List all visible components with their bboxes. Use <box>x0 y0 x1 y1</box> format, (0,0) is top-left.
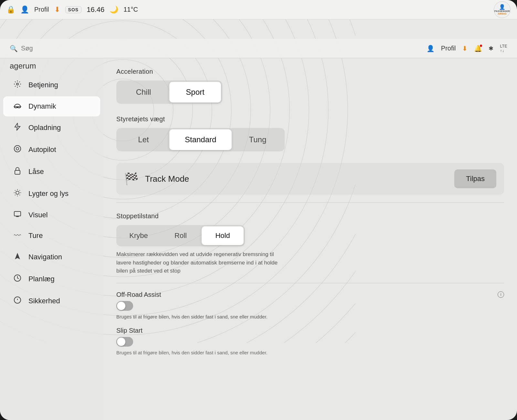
svg-point-22 <box>19 107 20 108</box>
sidebar-item-betjening[interactable]: Betjening <box>3 74 100 96</box>
sidebar-item-autopilot[interactable]: Autopilot <box>3 139 100 160</box>
lock-icon: 🔒 <box>6 5 15 14</box>
svg-rect-28 <box>14 211 21 216</box>
ture-label: Ture <box>28 232 43 240</box>
search-input[interactable] <box>21 45 103 52</box>
planlaeg-icon <box>13 274 22 284</box>
steering-btn-group: Let Standard Tung <box>116 128 285 151</box>
sidebar-item-sikkerhed[interactable]: Sikkerhed <box>3 290 100 312</box>
svg-point-24 <box>14 145 21 152</box>
visuel-label: Visuel <box>28 211 48 219</box>
svg-point-27 <box>16 191 19 194</box>
lygter-icon <box>13 189 22 199</box>
slip-start-section: Slip Start Bruges til at frigøre bilen, … <box>116 327 504 357</box>
divider-1 <box>116 202 504 203</box>
sos-badge: SOS <box>65 6 82 13</box>
sikkerhed-icon <box>13 296 22 306</box>
passenger-airbag-badge: 👤 PASSENGER AIRBAG <box>494 1 511 18</box>
laase-label: Låse <box>28 167 44 176</box>
profile-label-left: Profil <box>34 6 49 13</box>
roll-button[interactable]: Roll <box>160 226 202 245</box>
stop-section: Stoppetilstand Krybe Roll Hold Maksimere… <box>116 212 504 275</box>
tilpas-button[interactable]: Tilpas <box>454 169 496 188</box>
stop-btn-group: Krybe Roll Hold <box>116 225 245 246</box>
sidebar-item-laase[interactable]: Låse <box>3 161 100 182</box>
profile-label-bar: Profil <box>441 45 456 52</box>
steering-title: Styretøjets vægt <box>116 115 504 123</box>
autopilot-label: Autopilot <box>28 145 56 154</box>
svg-point-21 <box>16 107 16 108</box>
stop-title: Stoppetilstand <box>116 212 504 220</box>
autopilot-icon <box>13 145 22 155</box>
slip-start-label: Slip Start <box>116 327 504 334</box>
lte-signal: LTE↑↓ <box>500 44 507 53</box>
tung-button[interactable]: Tung <box>232 129 283 150</box>
steering-section: Styretøjets vægt Let Standard Tung <box>116 115 504 151</box>
temperature-display: 11°C <box>123 6 138 13</box>
moon-icon: 🌙 <box>110 5 118 14</box>
svg-point-25 <box>16 147 19 150</box>
offroad-info-icon[interactable]: i <box>498 291 504 298</box>
bell-icon: 🔔 <box>474 45 482 52</box>
profile-icon-left: 👤 <box>20 5 29 14</box>
download-icon-status: ⬇ <box>54 5 60 14</box>
track-mode-label: Track Mode <box>145 174 448 184</box>
acceleration-title: Acceleration <box>116 68 504 75</box>
sidebar-item-planlaeg[interactable]: Planlæg <box>3 268 100 290</box>
opladning-icon <box>13 123 22 133</box>
planlaeg-label: Planlæg <box>28 275 55 283</box>
sidebar-item-dynamik[interactable]: Dynamik <box>3 96 100 116</box>
track-mode-row: 🏁 Track Mode Tilpas <box>116 163 504 195</box>
betjening-label: Betjening <box>28 81 58 89</box>
svg-marker-23 <box>15 123 20 130</box>
stop-description: Maksimerer rækkevidden ved at udvide reg… <box>116 250 284 275</box>
dynamik-icon <box>13 102 22 111</box>
slip-start-description: Bruges til at frigøre bilen, hvis den si… <box>116 349 278 357</box>
sidebar-item-lygter[interactable]: Lygter og lys <box>3 183 100 204</box>
settings-area: Acceleration Chill Sport Styretøjets væg… <box>103 58 517 420</box>
offroad-section: Off-Road Assist i Bruges til at frigøre … <box>116 291 504 321</box>
laase-icon <box>13 167 22 177</box>
divider-2 <box>116 283 504 283</box>
sidebar-item-ture[interactable]: 〰 Ture <box>3 226 100 246</box>
navigation-label: Navigation <box>28 253 62 261</box>
lygter-label: Lygter og lys <box>28 189 69 198</box>
chill-button[interactable]: Chill <box>118 82 169 102</box>
slip-start-toggle[interactable] <box>116 337 133 347</box>
standard-button[interactable]: Standard <box>169 129 232 150</box>
person-icon-bar: 👤 <box>427 45 435 52</box>
search-icon: 🔍 <box>10 45 18 52</box>
status-bar: 🔒 👤 Profil ⬇ SOS 16.46 🌙 11°C 👤 PASSENGE… <box>0 0 517 19</box>
krybe-button[interactable]: Krybe <box>118 226 160 245</box>
sidebar-item-navigation[interactable]: Navigation <box>3 246 100 268</box>
acceleration-btn-group: Chill Sport <box>116 81 222 104</box>
sidebar-item-visuel[interactable]: Visuel <box>3 205 100 225</box>
betjening-icon <box>13 80 22 90</box>
offroad-toggle[interactable] <box>116 301 133 311</box>
navigation-icon <box>13 252 22 262</box>
sport-button[interactable]: Sport <box>169 82 221 102</box>
hold-button[interactable]: Hold <box>202 226 244 245</box>
download-icon-bar: ⬇ <box>462 45 468 52</box>
ture-icon: 〰 <box>13 232 22 240</box>
opladning-label: Opladning <box>28 124 61 132</box>
offroad-label: Off-Road Assist <box>116 291 492 298</box>
offroad-description: Bruges til at frigøre bilen, hvis den si… <box>116 313 278 321</box>
time-display: 16.46 <box>87 5 104 14</box>
secondary-bar: 🔍 👤 Profil ⬇ 🔔 ✱ LTE↑↓ <box>0 39 517 58</box>
svg-point-17 <box>16 83 18 85</box>
sidebar-item-opladning[interactable]: Opladning <box>3 117 100 138</box>
let-button[interactable]: Let <box>118 129 169 150</box>
bluetooth-icon: ✱ <box>489 45 493 52</box>
dynamik-label: Dynamik <box>28 102 56 111</box>
partial-sidebar-label: agerum <box>0 61 103 74</box>
visuel-icon <box>13 211 22 219</box>
acceleration-section: Acceleration Chill Sport <box>116 68 504 104</box>
track-mode-flag-icon: 🏁 <box>124 172 139 186</box>
svg-rect-26 <box>15 170 20 174</box>
sidebar: agerum Betjening <box>0 58 103 420</box>
svg-marker-29 <box>15 253 20 259</box>
sikkerhed-label: Sikkerhed <box>28 297 60 305</box>
